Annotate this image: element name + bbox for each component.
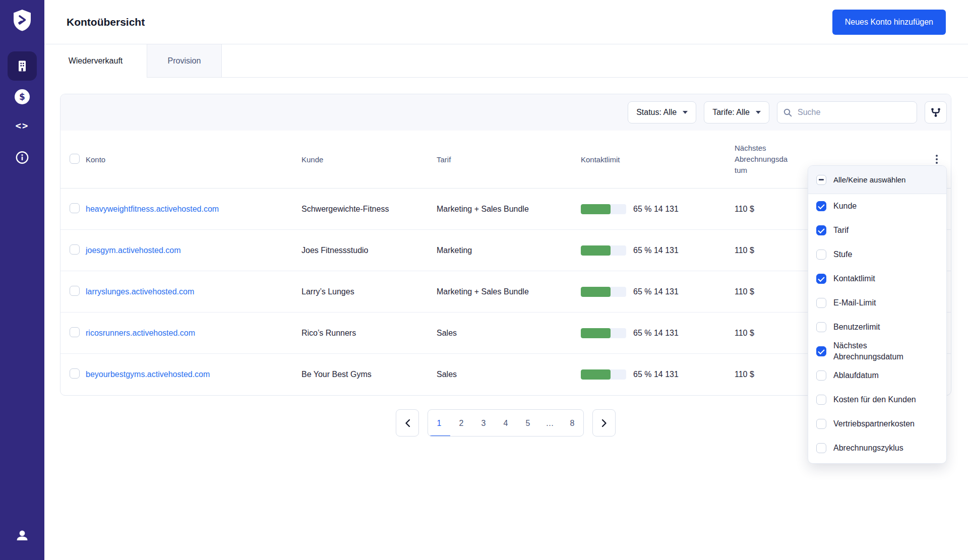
page-list: 12345…8	[428, 409, 584, 437]
tab-provision[interactable]: Provision	[147, 44, 222, 77]
plan-cell: Sales	[437, 370, 581, 379]
kebab-menu-icon	[936, 155, 938, 164]
next-billing-cell: 110 $	[735, 370, 810, 379]
column-menu-item[interactable]: Vertriebspartnerkosten	[808, 412, 946, 436]
select-all-columns-label: Alle/Keine auswählen	[833, 175, 905, 184]
account-link[interactable]: beyourbestgyms.activehosted.com	[86, 370, 210, 379]
column-checkbox[interactable]	[816, 395, 826, 405]
sidebar-item-billing[interactable]: $	[15, 89, 30, 104]
next-billing-cell: 110 $	[735, 246, 810, 255]
row-checkbox[interactable]	[70, 286, 80, 296]
search-box	[777, 101, 917, 123]
column-checkbox[interactable]	[816, 443, 826, 453]
customer-cell: Be Your Best Gyms	[301, 370, 437, 379]
column-checkbox[interactable]	[816, 370, 826, 381]
next-billing-cell: 110 $	[735, 287, 810, 296]
column-header-tarif: Tarif	[437, 155, 581, 164]
column-checkbox[interactable]	[816, 201, 826, 211]
column-label: Ablaufdatum	[833, 370, 879, 381]
next-billing-cell: 110 $	[735, 205, 810, 214]
plan-cell: Marketing + Sales Bundle	[437, 287, 581, 296]
page-4[interactable]: 4	[495, 410, 517, 437]
tab-wiederverkauft[interactable]: Wiederverkauft	[44, 44, 147, 77]
plan-cell: Sales	[437, 329, 581, 338]
page-3[interactable]: 3	[472, 410, 495, 437]
contact-limit-bar	[581, 287, 626, 297]
contact-limit-label: 65 % 14 131	[633, 370, 679, 379]
contact-limit-cell: 65 % 14 131	[581, 287, 735, 297]
sidebar-item-profile[interactable]	[15, 528, 30, 543]
select-all-checkbox[interactable]	[70, 154, 80, 164]
page-1[interactable]: 1	[428, 410, 450, 437]
sidebar-item-info[interactable]	[16, 151, 29, 164]
column-menu-item[interactable]: Nächstes Abrechnungsdatum	[808, 339, 946, 363]
customer-cell: Schwergewichte-Fitness	[301, 205, 437, 214]
column-header-konto: Konto	[86, 155, 301, 164]
column-checkbox[interactable]	[816, 419, 826, 429]
column-menu-items: Kunde Tarif Stufe Kontaktlimit E-Mail-Li…	[808, 194, 946, 460]
page-8[interactable]: 8	[561, 410, 583, 437]
column-menu-item[interactable]: Kosten für den Kunden	[808, 388, 946, 412]
column-checkbox[interactable]	[816, 250, 826, 260]
filter-bar: Status: Alle Tarife: Alle	[60, 94, 951, 131]
page-5[interactable]: 5	[517, 410, 539, 437]
column-menu-item[interactable]: Stufe	[808, 242, 946, 267]
column-checkbox[interactable]	[816, 225, 826, 235]
tarife-filter-select[interactable]: Tarife: Alle	[704, 101, 769, 123]
sidebar-item-accounts[interactable]	[8, 51, 37, 81]
info-icon	[16, 151, 29, 164]
select-all-columns-checkbox[interactable]	[816, 175, 826, 185]
column-menu-item[interactable]: E-Mail-Limit	[808, 291, 946, 315]
status-filter-select[interactable]: Status: Alle	[628, 101, 696, 123]
account-link[interactable]: larryslunges.activehosted.com	[86, 287, 194, 296]
column-label: Vertriebspartnerkosten	[833, 418, 915, 429]
add-account-button[interactable]: Neues Konto hinzufügen	[832, 10, 946, 35]
contact-limit-cell: 65 % 14 131	[581, 369, 735, 380]
row-checkbox[interactable]	[70, 368, 80, 379]
search-input[interactable]	[797, 107, 911, 117]
previous-page-button[interactable]	[396, 409, 419, 437]
column-header-naechstes-abrechnungsdatum: Nächstes Abrechnungsdatum	[735, 143, 788, 175]
contact-limit-label: 65 % 14 131	[633, 205, 679, 214]
column-menu-item[interactable]: Ablaufdatum	[808, 363, 946, 388]
table-options-button[interactable]	[936, 155, 951, 164]
account-link[interactable]: joesgym.activehosted.com	[86, 246, 181, 255]
row-checkbox[interactable]	[70, 203, 80, 213]
plan-cell: Marketing	[437, 246, 581, 255]
next-page-button[interactable]	[592, 409, 616, 437]
user-icon	[15, 528, 30, 543]
row-checkbox[interactable]	[70, 244, 80, 255]
row-checkbox[interactable]	[70, 327, 80, 337]
column-menu-item[interactable]: Kunde	[808, 194, 946, 218]
column-label: Benutzerlimit	[833, 322, 880, 333]
column-label: E-Mail-Limit	[833, 297, 876, 308]
dollar-icon: $	[15, 89, 30, 104]
page-ellipsis: …	[539, 410, 561, 437]
account-link[interactable]: ricosrunners.activehosted.com	[86, 329, 195, 337]
column-menu-item[interactable]: Tarif	[808, 218, 946, 242]
column-checkbox[interactable]	[816, 274, 826, 284]
tarife-filter-label: Tarife: Alle	[712, 108, 750, 117]
select-all-columns-item[interactable]: Alle/Keine auswählen	[808, 166, 946, 194]
column-checkbox[interactable]	[816, 346, 826, 356]
column-label: Kunde	[833, 201, 857, 212]
columns-settings-button[interactable]	[925, 101, 947, 123]
column-menu-item[interactable]: Benutzerlimit	[808, 315, 946, 339]
chevron-down-icon	[756, 111, 761, 114]
column-header-kontaktlimit: Kontaktlimit	[581, 155, 735, 164]
column-menu-item[interactable]: Abrechnungszyklus	[808, 436, 946, 460]
plan-cell: Marketing + Sales Bundle	[437, 205, 581, 214]
contact-limit-bar	[581, 369, 626, 380]
sidebar-item-developer[interactable]: <>	[16, 120, 29, 131]
column-label: Stufe	[833, 249, 852, 260]
account-link[interactable]: heavyweightfitness.activehosted.com	[86, 205, 219, 213]
column-menu-item[interactable]: Kontaktlimit	[808, 267, 946, 291]
page-2[interactable]: 2	[450, 410, 472, 437]
column-label: Abrechnungszyklus	[833, 443, 903, 454]
page-header: Kontoübersicht Neues Konto hinzufügen	[44, 0, 968, 44]
column-menu-dropdown: Alle/Keine auswählen Kunde Tarif Stufe K…	[808, 165, 947, 464]
contact-limit-cell: 65 % 14 131	[581, 328, 735, 338]
contact-limit-bar	[581, 204, 626, 214]
column-checkbox[interactable]	[816, 322, 826, 332]
column-checkbox[interactable]	[816, 298, 826, 308]
